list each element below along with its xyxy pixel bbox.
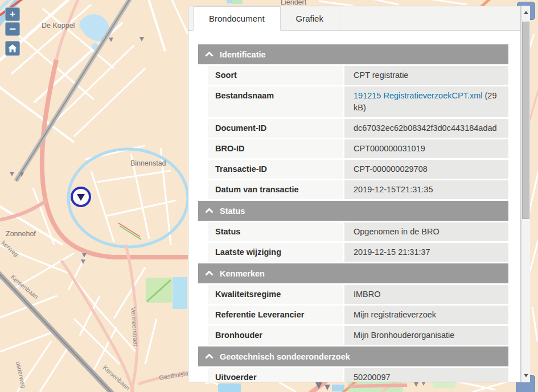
row-value: IMBRO [344,285,508,304]
row-value: CPT registratie [344,66,508,85]
tab-bar: Brondocument Grafiek [188,6,520,31]
table-row: Transactie-ID CPT-000000029708 [208,160,508,179]
row-label: Soort [208,66,343,85]
row-label: Bronhouder [208,326,343,345]
home-button[interactable] [5,41,20,56]
scrollbar-thumb[interactable] [522,22,529,219]
row-value: Mijn registratieverzoek [344,306,508,324]
tab-brondocument[interactable]: Brondocument [193,6,281,31]
table-row: Uitvoerder 50200097 [208,368,508,382]
table-row: Kwaliteitsregime IMBRO [208,285,508,304]
row-label: Document-ID [208,119,343,138]
place-label-de-koppel: De Koppel [42,22,75,30]
row-value: CPT-000000029708 [344,160,508,179]
row-value: Mijn Bronhouderorganisatie [344,326,508,345]
row-value: dc67032ec62b08342f3d0c443184adad [344,119,508,138]
section-identificatie: Identificatie Soort CPT registratie Best… [198,44,508,199]
section-kenmerken: Kenmerken Kwaliteitsregime IMBRO Referen… [198,263,508,345]
chevron-up-icon [205,354,213,359]
table-row: Bronhouder Mijn Bronhouderorganisatie [208,326,508,345]
table-row: Datum van transactie 2019-12-15T21:31:35 [208,180,508,199]
panel-content: Identificatie Soort CPT registratie Best… [188,31,520,382]
section-title: Geotechnisch sondeeronderzoek [220,352,350,361]
zoom-in-button[interactable]: + [5,7,20,21]
section-geotechnisch-sondeeronderzoek: Geotechnisch sondeeronderzoek Uitvoerder… [198,346,508,382]
section-header-identificatie[interactable]: Identificatie [198,44,508,64]
section-title: Kenmerken [220,269,265,278]
row-value: 50200097 [344,368,508,382]
zoom-out-button[interactable]: − [5,22,20,36]
table-row: Document-ID dc67032ec62b08342f3d0c443184… [208,119,508,138]
row-value: Opgenomen in de BRO [344,222,508,241]
section-title: Identificatie [220,50,266,59]
row-label: Kwaliteitsregime [208,285,343,304]
row-label: Status [208,222,343,241]
chevron-up-icon [205,208,213,213]
row-label: Datum van transactie [208,180,343,199]
scroll-down-icon[interactable] [524,374,528,377]
home-icon [7,44,18,53]
place-label-binnenstad: Binnenstad [130,159,166,167]
file-download-link[interactable]: 191215 RegistratieverzoekCPT.xml [354,91,482,100]
row-label: BRO-ID [208,139,343,158]
section-header-geotechnisch-sondeeronderzoek[interactable]: Geotechnisch sondeeronderzoek [198,346,508,366]
location-marker-icon[interactable] [72,188,90,206]
scroll-up-icon[interactable] [524,11,528,14]
table-row: Laatste wijziging 2019-12-15 21:31:37 [208,243,508,262]
section-header-kenmerken[interactable]: Kenmerken [198,263,508,283]
section-title: Status [220,207,245,216]
row-value: 2019-12-15 21:31:37 [344,243,508,262]
table-row: Status Opgenomen in de BRO [208,222,508,241]
row-value: CPT000000031019 [344,139,508,158]
place-label-zonnehof: Zonnehof [6,230,36,238]
section-header-status[interactable]: Status [198,201,508,221]
panel-scrollbar[interactable] [521,6,530,382]
app-window: De Koppel Binnenstad Zonnehof Liendert K… [0,0,538,392]
table-row: Bestandsnaam 191215 RegistratieverzoekCP… [208,86,508,117]
row-label: Transactie-ID [208,160,343,179]
table-row: BRO-ID CPT000000031019 [208,139,508,158]
chevron-up-icon [205,52,213,57]
row-label: Bestandsnaam [208,86,343,117]
row-value: 191215 RegistratieverzoekCPT.xml (29 kB) [344,86,508,117]
detail-panel: Brondocument Grafiek Identificatie Soort… [188,6,521,382]
row-value: 2019-12-15T21:31:35 [344,180,508,199]
section-status: Status Status Opgenomen in de BRO Laatst… [198,201,508,262]
table-row: Soort CPT registratie [208,66,508,85]
table-row: Referentie Leverancier Mijn registratiev… [208,306,508,324]
row-label: Referentie Leverancier [208,306,343,324]
row-label: Laatste wijziging [208,243,343,262]
chevron-up-icon [205,271,213,276]
row-label: Uitvoerder [208,368,343,382]
tab-grafiek[interactable]: Grafiek [281,6,339,30]
